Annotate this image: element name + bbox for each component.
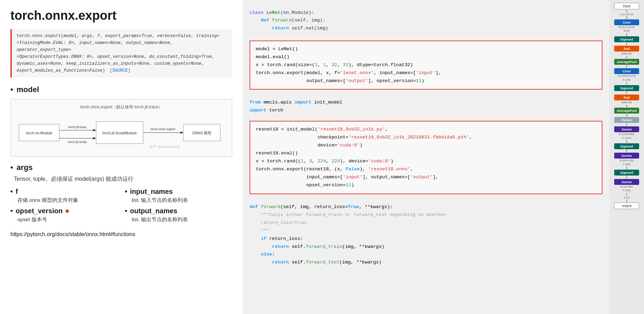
nn-node-conv2: Conv W (16×6×5×5)B (16) (614, 68, 639, 82)
nn-dims-0: 1×1×32×32 (620, 13, 633, 16)
f-param: f 存储 onnx 模型的文件对象 (10, 188, 118, 204)
architecture-diagram: torch.onnx.export（默认使用 torch.jit.trace） … (10, 99, 232, 157)
nn-node-pad2: Pad pads (8) (614, 95, 639, 104)
forward-code: def forward(self, img, return_loss=True,… (250, 199, 602, 268)
nn-sigmoid3-box: Sigmoid (614, 143, 639, 149)
nn-node-sigmoid2: Sigmoid (614, 85, 639, 91)
connector-0 (626, 10, 627, 12)
nn-sigmoid2-box: Sigmoid (614, 85, 639, 91)
args-title: args (10, 163, 232, 172)
opset-version-param: opset_version opset 版本号 (10, 207, 118, 223)
input-names-title: input_names (125, 188, 232, 196)
svg-text:torch.onnx.export: torch.onnx.export (151, 127, 175, 131)
connector-5 (626, 65, 627, 68)
connector-12 (626, 150, 627, 152)
svg-text:torch.jit.script: torch.jit.script (68, 140, 87, 144)
page-title: torch.onnx.export (10, 8, 232, 23)
connector-11 (626, 140, 627, 143)
nn-pad2-label: pads (8) (621, 101, 632, 104)
source-link[interactable]: [SOURCE] (110, 68, 131, 73)
connector-16 (626, 199, 627, 202)
nn-node-conv1: Conv W (6×1×5×5)B (6) (614, 19, 639, 33)
output-names-title: output_names (125, 207, 232, 215)
nn-input-label: input (614, 3, 639, 9)
nn-avgpool2-box: AveragePool (614, 108, 639, 114)
connector-14 (626, 176, 627, 179)
nn-gemm3-label: B (10×84)C (10) (620, 185, 633, 192)
model-section: model (10, 85, 232, 94)
output-names-desc: list. 输出节点的名称列表 (125, 216, 232, 223)
nn-node-sigmoid4: Sigmoid (614, 170, 639, 176)
signature-text: torch.onnx.export(model, args, f, export… (17, 34, 219, 73)
nn-node-gemm1: Gemm B (120×400)C (120) (614, 126, 639, 140)
connector-15 (626, 193, 627, 196)
nn-pad1-box: Pad (614, 46, 639, 52)
svg-text:torch.nn.Module: torch.nn.Module (26, 131, 52, 135)
signature-box: torch.onnx.export(model, args, f, export… (10, 29, 232, 78)
nn-node-gemm3: Gemm B (10×84)C (10) (614, 179, 639, 192)
nn-conv1-label: W (6×1×5×5)B (6) (619, 26, 635, 33)
svg-text:torch.jit.trace: torch.jit.trace (68, 125, 87, 129)
nn-diagram-panel: input 1×1×32×32 Conv W (6×1×5×5)B (6) Si… (609, 0, 644, 314)
lenet-export-code: model = LeNet() model.eval() x = torch.r… (250, 41, 602, 90)
connector-7 (626, 91, 627, 94)
lenet-class-code: class LeNet(nn.Module): def forward(self… (250, 6, 602, 36)
args-section: args Tensor, tuple。必须保证 model(args) 能成功运… (10, 163, 232, 183)
input-names-param: input_names list. 输入节点的名称列表 (125, 188, 232, 204)
nn-flatten-box: Flatten (614, 117, 639, 123)
connector-13 (626, 167, 627, 169)
input-names-desc: list. 输入节点的名称列表 (125, 197, 232, 204)
nn-node-gemm2: Gemm B (84×120)C (84) (614, 153, 639, 166)
args-desc: Tensor, tuple。必须保证 model(args) 能成功运行 (10, 176, 232, 183)
connector-6 (626, 82, 627, 85)
connector-10 (626, 123, 627, 126)
nn-gemm1-box: Gemm (614, 126, 639, 132)
nn-gemm2-label: B (84×120)C (84) (620, 159, 634, 166)
nn-conv2-box: Conv (614, 68, 639, 74)
opset-version-title: opset_version (10, 207, 118, 215)
middle-panel: class LeNet(nn.Module): def forward(self… (243, 0, 609, 314)
nn-gemm1-label: B (120×400)C (120) (619, 133, 634, 140)
mmcls-import-code: from mmcls.apis import init_model import… (250, 95, 602, 116)
nn-node-flatten: Flatten (614, 117, 639, 123)
nn-pad1-label: pads (8) (621, 52, 632, 55)
nn-node-sigmoid3: Sigmoid (614, 143, 639, 149)
nn-node-sigmoid1: Sigmoid (614, 36, 639, 42)
connector-4 (626, 56, 627, 59)
connector-8 (626, 105, 627, 107)
resnet-export-code: resnet18 = init_model('resnet18_8xb32_in… (250, 121, 602, 194)
connector-2 (626, 33, 627, 36)
nn-node-pad1: Pad pads (8) (614, 46, 639, 55)
left-panel: torch.onnx.export torch.onnx.export(mode… (0, 0, 243, 314)
nn-gemm2-box: Gemm (614, 153, 639, 159)
nn-node-avgpool2: AveragePool (614, 108, 639, 114)
nn-pad2-box: Pad (614, 95, 639, 100)
svg-text:ONNX 模型: ONNX 模型 (192, 131, 212, 135)
connector-3 (626, 43, 627, 45)
output-names-param: output_names list. 输出节点的名称列表 (125, 207, 232, 223)
connector-1 (626, 16, 627, 19)
nn-output-label: output (614, 203, 639, 209)
nn-conv2-label: W (16×6×5×5)B (16) (618, 74, 635, 82)
diagram-label: torch.onnx.export（默认使用 torch.jit.trace） (16, 104, 227, 110)
svg-text:知乎 @OpenMMLab: 知乎 @OpenMMLab (149, 145, 180, 149)
nn-gemm3-box: Gemm (614, 179, 639, 185)
nn-node-output: output (614, 203, 639, 209)
bottom-link[interactable]: https://pytorch.org/docs/stable/onnx.htm… (10, 231, 232, 237)
nn-avgpool1-box: AveragePool (614, 59, 639, 65)
nn-sigmoid4-box: Sigmoid (614, 170, 639, 176)
f-desc: 存储 onnx 模型的文件对象 (10, 197, 118, 204)
nn-dims-output: 1×10 (624, 196, 630, 199)
model-title: model (10, 85, 232, 94)
nn-node-input: input (614, 3, 639, 9)
opset-version-desc: opset 版本号 (10, 216, 118, 223)
param-grid: f 存储 onnx 模型的文件对象 input_names list. 输入节点… (10, 188, 232, 223)
nn-node-avgpool1: AveragePool (614, 59, 639, 65)
connector-9 (626, 114, 627, 117)
nn-conv1-box: Conv (614, 19, 639, 25)
svg-text:torch.jit.ScriptModule: torch.jit.ScriptModule (102, 131, 137, 135)
nn-sigmoid1-box: Sigmoid (614, 36, 639, 42)
f-title: f (10, 188, 118, 196)
red-dot-indicator (66, 209, 69, 213)
